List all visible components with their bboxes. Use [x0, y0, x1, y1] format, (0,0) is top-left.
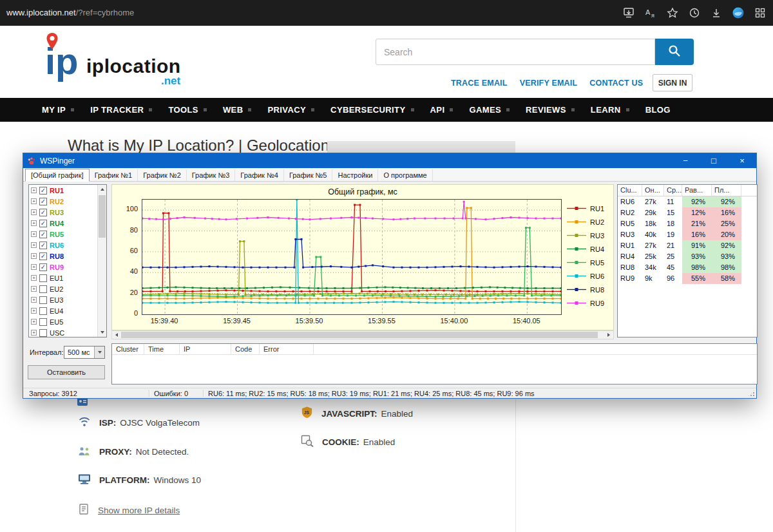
- log-column-ip[interactable]: IP: [180, 344, 231, 354]
- tree-item-usc[interactable]: +USC: [29, 327, 106, 337]
- window-titlebar[interactable]: WSPinger − □ ×: [23, 153, 756, 168]
- resize-grip[interactable]: [747, 389, 756, 397]
- stats-row-ru2[interactable]: RU229k1512%16%: [618, 207, 757, 218]
- nav-item-blog[interactable]: BLOG: [645, 105, 671, 115]
- stats-row-ru3[interactable]: RU340k1916%20%: [618, 229, 757, 240]
- checkbox[interactable]: [39, 318, 47, 326]
- close-button[interactable]: ×: [728, 153, 756, 168]
- tree-item-ru4[interactable]: +✓RU4: [29, 218, 106, 229]
- tree-item-eu2[interactable]: +EU2: [29, 283, 106, 294]
- tree-item-ru6[interactable]: +✓RU6: [29, 240, 106, 251]
- log-column-error[interactable]: Error: [260, 344, 314, 354]
- tree-item-eu3[interactable]: +EU3: [29, 294, 106, 305]
- site-logo[interactable]: ip iplocation .net: [40, 32, 207, 91]
- stats-column-header[interactable]: Clu...: [618, 185, 642, 196]
- extensions-icon[interactable]: [754, 6, 767, 19]
- tree-item-ru3[interactable]: +✓RU3: [29, 207, 106, 218]
- checkbox[interactable]: ✓: [39, 198, 47, 205]
- checkbox[interactable]: ✓: [39, 263, 47, 271]
- checkbox[interactable]: [39, 329, 47, 337]
- stats-row-ru8[interactable]: RU834k4598%98%: [618, 262, 757, 273]
- stats-column-header[interactable]: Пл...: [712, 185, 741, 196]
- sign-in-button[interactable]: SIGN IN: [653, 74, 692, 91]
- expand-icon[interactable]: +: [31, 264, 37, 270]
- nav-item-tools[interactable]: TOOLS: [168, 105, 207, 115]
- stop-button[interactable]: Остановить: [28, 365, 105, 379]
- nav-item-api[interactable]: API: [430, 105, 453, 115]
- translate-icon[interactable]: Aя: [644, 6, 657, 19]
- scroll-thumb[interactable]: [121, 332, 598, 338]
- nav-item-privacy[interactable]: PRIVACY: [267, 105, 314, 115]
- stats-row-ru5[interactable]: RU518k1821%25%: [618, 218, 757, 229]
- expand-icon[interactable]: +: [31, 209, 37, 215]
- tab-3[interactable]: График №2: [138, 169, 187, 181]
- tree-item-ru5[interactable]: +✓RU5: [29, 229, 106, 240]
- checkbox[interactable]: [39, 274, 47, 282]
- log-body[interactable]: [112, 355, 757, 384]
- nav-item-cybersecurity[interactable]: CYBERSECURITY: [330, 105, 414, 115]
- chevron-down-icon[interactable]: [94, 347, 104, 358]
- show-more-details-link[interactable]: Show more IP details: [98, 506, 180, 515]
- header-link-verify-email[interactable]: VERIFY EMAIL: [520, 79, 578, 88]
- nav-item-games[interactable]: GAMES: [469, 105, 510, 115]
- checkbox[interactable]: ✓: [39, 231, 47, 238]
- expand-icon[interactable]: +: [31, 297, 37, 303]
- stats-column-header[interactable]: Ср...: [664, 185, 682, 196]
- scroll-down-icon[interactable]: [98, 328, 106, 337]
- expand-icon[interactable]: +: [31, 330, 37, 336]
- tab-7[interactable]: Настройки: [332, 169, 378, 181]
- tree-item-ru1[interactable]: +✓RU1: [29, 185, 106, 196]
- header-link-trace-email[interactable]: TRACE EMAIL: [451, 79, 508, 88]
- nav-item-ip-tracker[interactable]: IP TRACKER: [90, 105, 152, 115]
- stats-row-ru6[interactable]: RU627k1192%92%: [618, 196, 757, 207]
- checkbox[interactable]: [39, 307, 47, 315]
- expand-icon[interactable]: +: [31, 275, 37, 281]
- history-icon[interactable]: [688, 6, 701, 19]
- expand-icon[interactable]: +: [31, 187, 37, 193]
- log-column-code[interactable]: Code: [231, 344, 260, 354]
- stats-column-header[interactable]: Он...: [642, 185, 664, 196]
- tree-item-ru9[interactable]: +✓RU9: [29, 261, 106, 272]
- checkbox[interactable]: [39, 285, 47, 293]
- expand-icon[interactable]: +: [31, 242, 37, 248]
- checkbox[interactable]: ✓: [39, 220, 47, 227]
- scroll-left-icon[interactable]: [112, 331, 121, 339]
- chart-horizontal-scrollbar[interactable]: [111, 330, 614, 339]
- expand-icon[interactable]: +: [31, 198, 37, 204]
- interval-select[interactable]: 500 мс: [64, 346, 105, 359]
- tab-8[interactable]: О программе: [378, 169, 432, 181]
- stats-row-ru1[interactable]: RU127k2191%92%: [618, 240, 757, 251]
- expand-icon[interactable]: +: [31, 253, 37, 259]
- expand-icon[interactable]: +: [31, 286, 37, 292]
- tab-4[interactable]: График №3: [187, 169, 236, 181]
- expand-icon[interactable]: +: [31, 220, 37, 226]
- nav-item-my-ip[interactable]: MY IP: [42, 105, 74, 115]
- tree-item-ru8[interactable]: +✓RU8: [29, 251, 106, 261]
- log-column-cluster[interactable]: Cluster: [112, 344, 144, 354]
- tree-item-eu1[interactable]: +EU1: [29, 272, 106, 283]
- search-button[interactable]: [655, 39, 694, 65]
- checkbox[interactable]: ✓: [39, 187, 47, 195]
- expand-icon[interactable]: +: [31, 319, 37, 325]
- nav-item-web[interactable]: WEB: [223, 105, 252, 115]
- stats-column-header[interactable]: Рав...: [682, 185, 712, 196]
- checkbox[interactable]: ✓: [39, 242, 47, 249]
- install-icon[interactable]: [622, 6, 635, 19]
- stats-row-ru9[interactable]: RU99k9655%58%: [618, 273, 757, 284]
- bookmark-star-icon[interactable]: [666, 6, 679, 19]
- tree-item-eu5[interactable]: +EU5: [29, 316, 106, 327]
- scroll-up-icon[interactable]: [98, 185, 106, 194]
- search-input[interactable]: [376, 39, 655, 65]
- stats-row-ru4[interactable]: RU425k2593%93%: [618, 251, 757, 262]
- nav-item-reviews[interactable]: REVIEWS: [526, 105, 575, 115]
- tab-5[interactable]: График №4: [235, 169, 284, 181]
- minimize-button[interactable]: −: [671, 153, 700, 168]
- maximize-button[interactable]: □: [700, 153, 728, 168]
- header-link-contact-us[interactable]: CONTACT US: [589, 79, 643, 88]
- checkbox[interactable]: ✓: [39, 209, 47, 216]
- tab-1[interactable]: [Общий график]: [25, 169, 90, 182]
- download-icon[interactable]: [710, 6, 723, 19]
- checkbox[interactable]: [39, 296, 47, 304]
- tree-item-ru2[interactable]: +✓RU2: [29, 196, 106, 207]
- tab-2[interactable]: График №1: [90, 169, 138, 181]
